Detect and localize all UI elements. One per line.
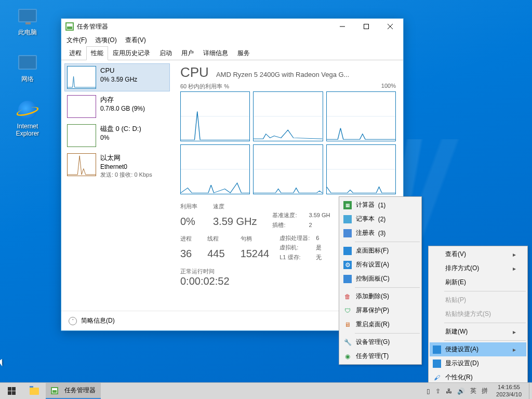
vm-label: 虚拟机: bbox=[280, 243, 316, 252]
fewer-details-label[interactable]: 简略信息(D) bbox=[81, 316, 115, 325]
processes-label: 进程 bbox=[180, 234, 192, 244]
menu-item-notepad[interactable]: 记事本 (2) bbox=[340, 212, 420, 226]
tab-startup[interactable]: 启动 bbox=[155, 46, 177, 60]
processes-value: 36 bbox=[180, 245, 192, 262]
sidebar-mem-title: 内存 bbox=[100, 95, 145, 104]
desktop-icon-label: 网络 bbox=[8, 75, 47, 84]
tray-usb-icon[interactable]: ⇪ bbox=[435, 388, 441, 395]
taskbar-clock[interactable]: 14:16:55 2023/4/10 bbox=[493, 384, 525, 397]
tab-details[interactable]: 详细信息 bbox=[198, 46, 233, 60]
desktop-icon-this-pc[interactable]: 此电脑 bbox=[8, 5, 47, 37]
minimize-button[interactable] bbox=[330, 19, 354, 34]
menu-item-screensaver[interactable]: 🛡屏幕保护(P) bbox=[340, 303, 420, 317]
task-manager-menu-icon: ◉ bbox=[343, 352, 352, 361]
sidebar-item-ethernet[interactable]: 以太网Ethernet0发送: 0 接收: 0 Kbps bbox=[64, 151, 170, 181]
menu-item-view[interactable]: 查看(V)▸ bbox=[430, 247, 526, 261]
menu-separator bbox=[355, 287, 420, 288]
calculator-icon: ▦ bbox=[343, 201, 352, 209]
desktop-icon-label: Internet bbox=[8, 123, 47, 130]
sidebar-eth-title: 以太网 bbox=[100, 153, 152, 163]
core-chart-0 bbox=[180, 91, 250, 141]
chevron-right-icon: ▸ bbox=[502, 265, 516, 272]
desktop-icon-network[interactable]: 网络 bbox=[8, 52, 47, 84]
menu-item-add-remove[interactable]: 🗑添加删除(S) bbox=[340, 289, 420, 303]
sockets-value: 2 bbox=[309, 222, 312, 228]
settings-icon: ⚙ bbox=[343, 261, 352, 269]
tab-processes[interactable]: 进程 bbox=[64, 46, 86, 60]
menu-item-quick-settings[interactable]: 便捷设置(A)▸ bbox=[430, 342, 526, 356]
sidebar-item-disk[interactable]: 磁盘 0 (C: D:)0% bbox=[64, 122, 170, 150]
menu-item-all-settings[interactable]: ⚙所有设置(A) bbox=[340, 258, 420, 272]
clock-time: 14:16:55 bbox=[496, 384, 522, 391]
tray-ime-lang[interactable]: 英 bbox=[470, 387, 476, 395]
menu-file[interactable]: 文件(F) bbox=[63, 35, 90, 46]
sockets-label: 插槽: bbox=[272, 220, 309, 230]
menu-item-sort[interactable]: 排序方式(O)▸ bbox=[430, 261, 526, 275]
tray-battery-icon[interactable]: ▯ bbox=[427, 388, 430, 395]
tab-services[interactable]: 服务 bbox=[233, 46, 255, 60]
desktop-icon-ie[interactable]: Internet Explorer bbox=[8, 100, 47, 137]
menu-item-display-settings[interactable]: 显示设置(D) bbox=[430, 356, 526, 370]
menu-item-device-manager[interactable]: 🔧设备管理(G) bbox=[340, 335, 420, 349]
clock-date: 2023/4/10 bbox=[496, 391, 522, 398]
start-button[interactable] bbox=[0, 383, 23, 399]
tab-bar: 进程 性能 应用历史记录 启动 用户 详细信息 服务 bbox=[61, 46, 403, 60]
close-button[interactable] bbox=[378, 19, 402, 34]
cpu-heading: CPU bbox=[180, 64, 209, 81]
menu-separator bbox=[355, 333, 420, 334]
core-chart-3 bbox=[180, 144, 250, 194]
menu-options[interactable]: 选项(O) bbox=[92, 35, 119, 46]
menu-item-paste-shortcut: 粘贴快捷方式(S) bbox=[430, 307, 526, 321]
menu-item-new[interactable]: 新建(W)▸ bbox=[430, 325, 526, 339]
tab-users[interactable]: 用户 bbox=[177, 46, 198, 60]
network-icon bbox=[17, 52, 38, 73]
performance-sidebar: CPU0% 3.59 GHz 内存0.7/8.0 GB (9%) 磁盘 0 (C… bbox=[61, 60, 173, 311]
registry-icon bbox=[343, 229, 352, 237]
fewer-details-icon[interactable]: ˅ bbox=[69, 317, 77, 325]
menu-item-control-panel[interactable]: 控制面板(C) bbox=[340, 272, 420, 286]
maximize-button[interactable] bbox=[354, 19, 378, 34]
ie-icon bbox=[17, 100, 38, 121]
sidebar-cpu-title: CPU bbox=[100, 66, 137, 75]
svg-rect-1 bbox=[364, 24, 369, 29]
control-panel-icon bbox=[343, 275, 352, 283]
menu-item-restart-explorer[interactable]: 🖥重启桌面(R) bbox=[340, 317, 420, 331]
menu-item-refresh[interactable]: 刷新(E) bbox=[430, 275, 526, 289]
menu-item-desktop-icons[interactable]: 桌面图标(F) bbox=[340, 244, 420, 258]
titlebar[interactable]: 任务管理器 bbox=[61, 19, 403, 34]
notepad-icon bbox=[343, 215, 352, 223]
tab-performance[interactable]: 性能 bbox=[86, 46, 108, 60]
sidebar-item-memory[interactable]: 内存0.7/8.0 GB (9%) bbox=[64, 92, 170, 121]
tab-app-history[interactable]: 应用历史记录 bbox=[108, 46, 155, 60]
menu-separator bbox=[444, 323, 526, 323]
context-menu-tools: ▦计算器 (1) 记事本 (2) 注册表 (3) 桌面图标(F) ⚙所有设置(A… bbox=[339, 196, 422, 365]
core-chart-4 bbox=[253, 144, 323, 194]
sidebar-item-cpu[interactable]: CPU0% 3.59 GHz bbox=[64, 63, 170, 91]
sidebar-eth-rate: 发送: 0 接收: 0 Kbps bbox=[100, 171, 152, 179]
cpu-core-charts[interactable] bbox=[180, 91, 396, 194]
core-chart-1 bbox=[253, 91, 323, 141]
task-manager-icon bbox=[65, 22, 74, 31]
taskbar-app-taskmanager[interactable]: 任务管理器 bbox=[46, 383, 101, 399]
chart-axis-left: 60 秒内的利用率 % bbox=[180, 83, 229, 90]
chart-axis-right: 100% bbox=[381, 83, 396, 90]
speed-label: 速度 bbox=[213, 202, 257, 211]
taskbar-explorer[interactable] bbox=[23, 383, 46, 399]
menubar: 文件(F) 选项(O) 查看(V) bbox=[61, 34, 403, 46]
tray-ime-mode[interactable]: 拼 bbox=[482, 387, 488, 395]
handles-value: 15244 bbox=[241, 245, 270, 262]
speed-value: 3.59 GHz bbox=[213, 212, 257, 230]
menu-item-calculator[interactable]: ▦计算器 (1) bbox=[340, 198, 420, 212]
menu-view[interactable]: 查看(V) bbox=[122, 35, 149, 46]
taskbar: 任务管理器 ▯ ⇪ 🖧 🔊 英 拼 14:16:55 2023/4/10 bbox=[0, 382, 532, 399]
tray-volume-icon[interactable]: 🔊 bbox=[457, 388, 465, 395]
menu-item-regedit[interactable]: 注册表 (3) bbox=[340, 226, 420, 240]
menu-item-paste: 粘贴(P) bbox=[430, 293, 526, 307]
menu-item-task-manager[interactable]: ◉任务管理(T) bbox=[340, 349, 420, 363]
tray-network-icon[interactable]: 🖧 bbox=[446, 388, 452, 395]
personalize-icon: 🖌 bbox=[433, 374, 441, 382]
ethernet-thumb-chart bbox=[67, 153, 96, 176]
show-desktop-button[interactable] bbox=[529, 383, 532, 399]
base-speed-label: 基准速度: bbox=[272, 210, 309, 220]
disk-thumb-chart bbox=[67, 124, 96, 147]
